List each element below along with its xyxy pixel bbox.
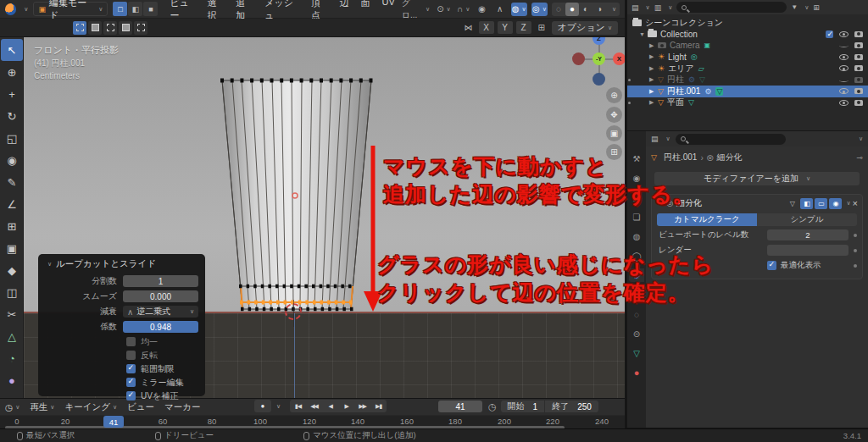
render-enable-icon[interactable] [854, 54, 863, 60]
pivot-point-icon[interactable]: ⊙∨ [436, 3, 452, 16]
modifier-extras-icon[interactable]: ∨ [846, 200, 850, 207]
timeline-menu-playback[interactable]: 再生∨ [30, 401, 54, 413]
tool-annotate[interactable]: ✎ [1, 171, 23, 193]
tab-scene[interactable]: ◍ [629, 229, 644, 243]
select-subtract-button[interactable] [103, 21, 117, 35]
modifier-close-icon[interactable]: × [853, 198, 858, 208]
optimal-display-checkbox[interactable] [767, 261, 776, 270]
disclosure-closed-icon[interactable]: ▶ [649, 42, 658, 49]
tab-view-layer[interactable]: ❏ [629, 210, 644, 224]
display-mode-chevron-icon[interactable]: ∨ [668, 4, 672, 11]
outliner-editor-icon[interactable]: ▤ [632, 3, 639, 12]
play-reverse-button[interactable]: ◀ [322, 400, 338, 412]
falloff-curve-icon[interactable]: ∧ [493, 3, 507, 16]
tool-cursor[interactable]: ⊕ [1, 61, 23, 83]
vertex-select-mode-button[interactable]: □ [113, 2, 127, 16]
timeline-editor-icon[interactable]: ◷∨ [5, 402, 19, 412]
row-light[interactable]: ▶ ☀ Light ◎ [627, 52, 868, 64]
filter-chevron-icon[interactable]: ∨ [804, 4, 809, 11]
tab-object-data[interactable]: ▽ [629, 346, 644, 360]
disclosure-open-icon[interactable]: ▼ [639, 31, 648, 37]
ortho-grid-icon[interactable]: ⊞ [606, 144, 622, 160]
factor-slider[interactable]: 0.948 [123, 321, 198, 333]
new-collection-icon[interactable]: ⊞ [813, 3, 820, 12]
tool-transform[interactable]: ◉ [1, 149, 23, 171]
frame-end-field[interactable]: 終了250 [545, 401, 598, 412]
eye-hidden-icon[interactable] [839, 43, 849, 47]
outliner-search-input[interactable] [676, 2, 787, 13]
playhead[interactable]: 41 [103, 416, 124, 428]
edit-mode-display-toggle[interactable]: ▽ [786, 198, 798, 209]
select-invert-button[interactable] [119, 21, 132, 35]
mirror-x-button[interactable]: X [479, 21, 494, 34]
eye-visible-icon[interactable] [839, 88, 849, 94]
frame-start-field[interactable]: 開始1 [501, 401, 545, 412]
prev-keyframe-button[interactable]: ◀◀ [306, 400, 322, 412]
disclosure-closed-icon[interactable]: ▶ [649, 99, 658, 106]
proportional-toggle-icon[interactable]: ◍∨ [511, 3, 527, 16]
render-enable-icon[interactable] [854, 65, 863, 71]
tool-knife[interactable]: ✂ [1, 303, 23, 325]
display-mode-icon[interactable]: ▥ [654, 3, 662, 12]
gizmo-minus-x-axis[interactable] [572, 52, 585, 65]
tool-smooth[interactable]: ● [1, 369, 23, 391]
levels-viewport-field[interactable]: 2 [767, 229, 849, 240]
breadcrumb-modifier[interactable]: 細分化 [717, 152, 743, 163]
correct-uvs-checkbox[interactable] [126, 391, 136, 401]
tool-rotate[interactable]: ↻ [1, 105, 23, 127]
clamp-checkbox[interactable] [126, 364, 136, 373]
mirror-z-button[interactable]: Z [516, 21, 531, 34]
render-enable-icon[interactable] [854, 31, 863, 37]
play-button[interactable]: ▶ [338, 400, 354, 412]
proportional-editing-icon[interactable]: ◉ [476, 3, 489, 16]
row-scene-collection[interactable]: シーンコレクション [627, 17, 868, 29]
tool-spin[interactable]: ◔ [1, 347, 23, 369]
timeline-menu-keying[interactable]: キーイング∨ [64, 401, 117, 413]
zoom-view-icon[interactable]: ⊕ [606, 87, 622, 103]
tool-measure[interactable]: ∠ [1, 193, 23, 215]
render-levels-field[interactable] [767, 245, 849, 256]
breadcrumb-object[interactable]: 円柱.001 [664, 152, 697, 163]
eye-visible-icon[interactable] [839, 31, 849, 37]
mirror-editing-checkbox[interactable] [126, 378, 136, 387]
xray-toggle-icon[interactable]: ◎∨ [531, 3, 548, 16]
row-collection[interactable]: ▼ Collection [627, 29, 868, 41]
snap-magnet-icon[interactable]: ∩∨ [456, 3, 471, 16]
row-cylinder-001[interactable]: ▶ ▽ 円柱.001 ⚙ ▽ [627, 86, 868, 97]
cuts-field[interactable]: 1 [123, 275, 198, 287]
simple-tab[interactable]: シンプル [757, 213, 857, 226]
keying-chevron-icon[interactable]: ∨ [276, 403, 281, 410]
options-button[interactable]: オプション∨ [552, 21, 618, 35]
smoothness-field[interactable]: 0.000 [123, 290, 198, 302]
mode-select[interactable]: ▣ 編集モード ∨ [33, 2, 108, 16]
render-enable-icon[interactable] [854, 88, 863, 94]
transform-orientation-select[interactable]: グロ...∨ [400, 3, 431, 16]
app-menu-chevron-icon[interactable]: ∨ [24, 6, 28, 13]
tool-loop-cut[interactable]: ◫ [1, 281, 23, 303]
editor-type-chevron-icon[interactable]: ∨ [646, 4, 650, 11]
mirror-y-button[interactable]: Y [498, 21, 513, 34]
properties-search-input[interactable] [676, 134, 786, 145]
pan-hand-icon[interactable]: ✥ [606, 107, 622, 123]
animate-decorator-icon[interactable] [854, 264, 857, 268]
render-enable-icon[interactable] [854, 100, 863, 106]
catmull-clark-tab[interactable]: カトマルクラーク [657, 213, 757, 226]
gizmo-minus-z-axis[interactable] [593, 73, 605, 86]
row-cylinder[interactable]: ▶ ▽ 円柱 ⚙ ▽ [627, 75, 868, 86]
shading-wireframe-icon[interactable]: ◌ [552, 3, 565, 16]
falloff-select[interactable]: ∧ 逆二乗式 ∨ [123, 306, 198, 318]
tab-material[interactable]: ● [629, 366, 644, 379]
camera-view-icon[interactable]: ▣ [606, 125, 622, 141]
properties-editor-icon[interactable]: ▤ [651, 135, 659, 143]
row-camera[interactable]: ▶ Camera ▣ [627, 40, 868, 52]
tool-poly-build[interactable]: △ [1, 325, 23, 347]
tab-physics[interactable]: ◌ [629, 307, 644, 321]
select-new-button[interactable] [73, 21, 86, 35]
flipped-checkbox[interactable] [126, 351, 136, 360]
tool-scale[interactable]: ◱ [1, 127, 23, 149]
shading-rendered-icon[interactable]: ◑ [593, 3, 606, 16]
snap-symmetry-icon[interactable]: ⊞ [535, 21, 548, 35]
edge-select-mode-button[interactable]: ◧ [128, 2, 142, 16]
realtime-display-toggle[interactable]: ▭ [815, 198, 827, 209]
animate-decorator-icon[interactable] [854, 249, 857, 252]
